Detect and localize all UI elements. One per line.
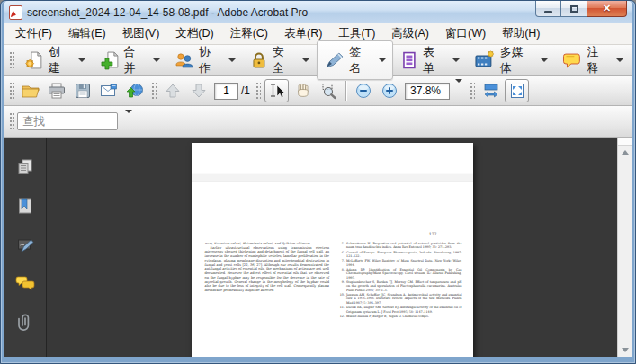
ref-text: Adams RP. Identification of Essential Oi… xyxy=(346,268,462,280)
minimize-button[interactable] xyxy=(535,1,561,17)
toolbar-grip[interactable] xyxy=(8,81,14,101)
reference-item: 5.Schmutterer H. Properties and potentia… xyxy=(337,242,462,250)
sidebar-item-signatures[interactable] xyxy=(11,231,40,258)
fit-page-icon xyxy=(508,82,526,100)
forms-icon xyxy=(400,50,418,70)
create-icon xyxy=(24,50,44,70)
scroll-down-button[interactable] xyxy=(618,343,632,357)
title-bar[interactable]: screenshot_2024-12-04_14-58-08.pdf - Ado… xyxy=(4,1,632,23)
create-label: 创建 xyxy=(49,44,72,76)
hand-tool-button[interactable] xyxy=(291,79,315,102)
collaborate-label: 协作 xyxy=(199,44,222,76)
window-title: screenshot_2024-12-04_14-58-08.pdf - Ado… xyxy=(27,6,308,19)
signatures-icon xyxy=(15,235,35,254)
forms-button[interactable]: 表单 xyxy=(393,40,467,80)
pages-icon xyxy=(15,157,35,177)
chevron-down-icon xyxy=(302,58,309,62)
ref-text: Janssen AM, Scheffer JJC, Svendsen A. An… xyxy=(346,293,462,305)
search-options-button[interactable] xyxy=(118,109,138,134)
reference-item: 6.Council of Europe. European Pharmacopo… xyxy=(337,251,462,259)
create-button[interactable]: 创建 xyxy=(17,40,93,80)
scroll-up-button[interactable] xyxy=(618,146,632,159)
zoom-dropdown-button[interactable] xyxy=(450,79,466,102)
ref-number: 11. xyxy=(337,306,345,314)
upload-web-button[interactable] xyxy=(122,79,147,102)
attachments-paperclip-icon xyxy=(15,312,35,332)
sidebar-item-comments[interactable] xyxy=(11,270,40,297)
toolbar-separator xyxy=(345,81,346,101)
toolbar-grip[interactable] xyxy=(150,81,157,101)
open-button[interactable] xyxy=(18,79,42,102)
secure-button[interactable]: 安全 xyxy=(243,40,317,80)
fit-page-button[interactable] xyxy=(505,79,529,102)
navigation-panel-sidebar xyxy=(4,138,47,357)
sign-icon xyxy=(324,50,345,70)
sidebar-item-bookmarks[interactable] xyxy=(11,192,40,219)
email-button[interactable] xyxy=(96,79,121,102)
reference-item: 9.Stephenbrecher S, Barden TJ, Murray GM… xyxy=(337,280,462,292)
save-button[interactable] xyxy=(70,79,94,102)
combine-icon xyxy=(100,50,120,70)
vertical-scrollbar[interactable] xyxy=(617,138,632,357)
email-envelope-icon xyxy=(99,82,119,100)
ref-number: 5. xyxy=(337,242,345,250)
toolbar-grip[interactable] xyxy=(469,81,475,101)
select-tool-button[interactable] xyxy=(264,79,289,102)
save-floppy-icon xyxy=(74,82,92,100)
zoom-level-field[interactable]: 37.8% xyxy=(405,83,450,100)
left-column: num, Fusarium solani, Rhizoctonia solani… xyxy=(205,242,330,319)
scrollbar-top-box xyxy=(618,138,632,146)
ref-text: Stephenbrecher S, Barden TJ, Murray GM. … xyxy=(346,280,462,292)
comments-icon xyxy=(14,273,36,293)
next-page-button[interactable] xyxy=(186,79,211,102)
zoom-in-button[interactable] xyxy=(377,79,401,102)
close-button[interactable]: ✕ xyxy=(587,1,627,17)
previous-page-button[interactable] xyxy=(160,79,184,102)
chevron-down-icon xyxy=(125,110,132,129)
scroll-down-icon xyxy=(622,348,629,352)
collaborate-icon xyxy=(175,50,194,70)
search-input[interactable] xyxy=(17,112,118,130)
combine-label: 合并 xyxy=(123,44,147,76)
chevron-down-icon xyxy=(78,58,85,62)
secure-icon xyxy=(250,50,268,70)
toolbar-grip[interactable] xyxy=(255,81,261,101)
ref-text: Council of Europe. European Pharmacopoei… xyxy=(346,251,462,259)
marquee-zoom-button[interactable] xyxy=(317,79,341,102)
comment-button[interactable]: 注释 xyxy=(555,40,631,80)
reference-item: 10.Janssen AM, Scheffer JJC, Svendsen A.… xyxy=(337,293,462,305)
body-paragraph: Earlier ultrastructural observations usi… xyxy=(205,246,330,293)
sign-label: 签名 xyxy=(349,44,372,76)
zoom-in-icon xyxy=(381,83,398,99)
page-down-arrow-icon xyxy=(190,82,208,100)
sidebar-item-pages[interactable] xyxy=(11,154,40,181)
sign-button[interactable]: 签名 xyxy=(317,40,394,80)
multimedia-icon xyxy=(474,50,496,70)
chevron-down-icon xyxy=(452,58,460,62)
multimedia-button[interactable]: 多媒体 xyxy=(467,40,556,80)
reference-item: 8.Adams RP. Identification of Essential … xyxy=(337,268,462,280)
print-button[interactable] xyxy=(44,79,68,102)
maximize-button[interactable] xyxy=(561,1,587,17)
page-gray-band xyxy=(192,173,473,182)
ref-text: Muller-Riebau F, Berger B, Yegen O. Chem… xyxy=(346,315,462,318)
ref-number: 9. xyxy=(337,280,345,292)
fit-width-button[interactable] xyxy=(479,79,503,102)
document-pane[interactable]: 127 num, Fusarium solani, Rhizoctonia so… xyxy=(47,138,632,357)
fit-width-icon xyxy=(482,82,500,100)
ref-number: 10. xyxy=(337,293,345,305)
page-number-input[interactable] xyxy=(214,83,238,100)
zoom-out-button[interactable] xyxy=(351,79,375,102)
combine-button[interactable]: 合并 xyxy=(93,40,168,80)
ref-text: Schmutterer H. Properties and potential … xyxy=(346,242,462,250)
toolbar-grip[interactable] xyxy=(8,50,14,70)
zoom-out-icon xyxy=(355,83,372,99)
chevron-down-icon xyxy=(228,58,236,62)
multimedia-label: 多媒体 xyxy=(500,44,535,76)
sidebar-item-attachments[interactable] xyxy=(11,308,40,335)
collaborate-button[interactable]: 协作 xyxy=(167,40,243,80)
page-number-text: 127 xyxy=(429,232,437,236)
toolbar-grip[interactable] xyxy=(8,111,14,131)
secure-label: 安全 xyxy=(273,44,296,76)
page-up-arrow-icon xyxy=(164,82,182,100)
